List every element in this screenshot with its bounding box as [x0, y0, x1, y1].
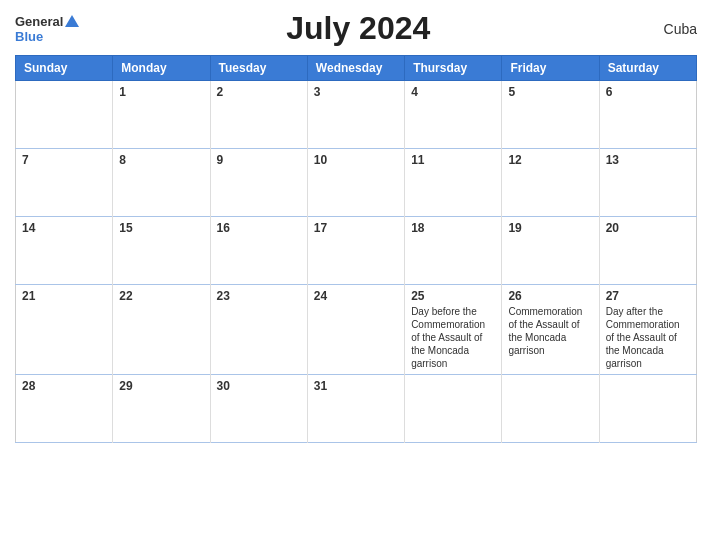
calendar-cell: 24 [307, 285, 404, 375]
calendar-cell [599, 375, 696, 443]
header: General Blue July 2024 Cuba [15, 10, 697, 47]
page: General Blue July 2024 Cuba Sunday Monda… [0, 0, 712, 550]
day-number: 27 [606, 289, 690, 303]
calendar-week-row: 2122232425Day before the Commemoration o… [16, 285, 697, 375]
day-number: 11 [411, 153, 495, 167]
day-number: 9 [217, 153, 301, 167]
col-thursday: Thursday [405, 56, 502, 81]
day-number: 30 [217, 379, 301, 393]
col-friday: Friday [502, 56, 599, 81]
day-number: 18 [411, 221, 495, 235]
calendar-cell: 3 [307, 81, 404, 149]
calendar-cell: 13 [599, 149, 696, 217]
logo: General Blue [15, 14, 79, 44]
calendar-cell: 6 [599, 81, 696, 149]
calendar-cell: 20 [599, 217, 696, 285]
calendar-cell: 22 [113, 285, 210, 375]
event-label: Day after the Commemoration of the Assau… [606, 306, 680, 369]
logo-general-text: General [15, 14, 63, 29]
calendar-cell [405, 375, 502, 443]
event-label: Day before the Commemoration of the Assa… [411, 306, 485, 369]
calendar-cell: 25Day before the Commemoration of the As… [405, 285, 502, 375]
calendar-cell: 4 [405, 81, 502, 149]
day-number: 29 [119, 379, 203, 393]
col-saturday: Saturday [599, 56, 696, 81]
calendar-cell: 7 [16, 149, 113, 217]
day-number: 31 [314, 379, 398, 393]
calendar-cell: 21 [16, 285, 113, 375]
day-number: 23 [217, 289, 301, 303]
calendar-title: July 2024 [79, 10, 637, 47]
calendar-cell [16, 81, 113, 149]
day-number: 21 [22, 289, 106, 303]
calendar-week-row: 78910111213 [16, 149, 697, 217]
day-number: 10 [314, 153, 398, 167]
day-number: 1 [119, 85, 203, 99]
day-number: 2 [217, 85, 301, 99]
day-number: 4 [411, 85, 495, 99]
day-number: 14 [22, 221, 106, 235]
calendar-cell: 12 [502, 149, 599, 217]
day-number: 17 [314, 221, 398, 235]
country-label: Cuba [637, 21, 697, 37]
calendar-cell: 5 [502, 81, 599, 149]
calendar-cell: 30 [210, 375, 307, 443]
calendar-cell: 31 [307, 375, 404, 443]
calendar-week-row: 14151617181920 [16, 217, 697, 285]
calendar-cell: 19 [502, 217, 599, 285]
calendar-cell: 29 [113, 375, 210, 443]
calendar-cell: 17 [307, 217, 404, 285]
calendar-cell: 27Day after the Commemoration of the Ass… [599, 285, 696, 375]
day-number: 22 [119, 289, 203, 303]
col-sunday: Sunday [16, 56, 113, 81]
day-number: 12 [508, 153, 592, 167]
calendar-week-row: 28293031 [16, 375, 697, 443]
logo-triangle-icon [65, 15, 79, 27]
day-number: 20 [606, 221, 690, 235]
calendar-cell: 1 [113, 81, 210, 149]
calendar-cell [502, 375, 599, 443]
day-number: 28 [22, 379, 106, 393]
calendar-cell: 18 [405, 217, 502, 285]
day-number: 15 [119, 221, 203, 235]
calendar-cell: 8 [113, 149, 210, 217]
calendar-week-row: 123456 [16, 81, 697, 149]
calendar-cell: 16 [210, 217, 307, 285]
calendar-cell: 11 [405, 149, 502, 217]
day-number: 25 [411, 289, 495, 303]
day-number: 3 [314, 85, 398, 99]
col-tuesday: Tuesday [210, 56, 307, 81]
calendar-header-row: Sunday Monday Tuesday Wednesday Thursday… [16, 56, 697, 81]
event-label: Commemoration of the Assault of the Monc… [508, 306, 582, 356]
calendar-cell: 14 [16, 217, 113, 285]
calendar-cell: 10 [307, 149, 404, 217]
col-monday: Monday [113, 56, 210, 81]
calendar-cell: 23 [210, 285, 307, 375]
calendar-cell: 15 [113, 217, 210, 285]
day-number: 26 [508, 289, 592, 303]
col-wednesday: Wednesday [307, 56, 404, 81]
calendar-cell: 28 [16, 375, 113, 443]
day-number: 5 [508, 85, 592, 99]
day-number: 19 [508, 221, 592, 235]
day-number: 6 [606, 85, 690, 99]
day-number: 8 [119, 153, 203, 167]
calendar-table: Sunday Monday Tuesday Wednesday Thursday… [15, 55, 697, 443]
day-number: 13 [606, 153, 690, 167]
day-number: 7 [22, 153, 106, 167]
calendar-cell: 2 [210, 81, 307, 149]
day-number: 24 [314, 289, 398, 303]
calendar-cell: 26Commemoration of the Assault of the Mo… [502, 285, 599, 375]
logo-blue-text: Blue [15, 29, 43, 44]
calendar-cell: 9 [210, 149, 307, 217]
day-number: 16 [217, 221, 301, 235]
